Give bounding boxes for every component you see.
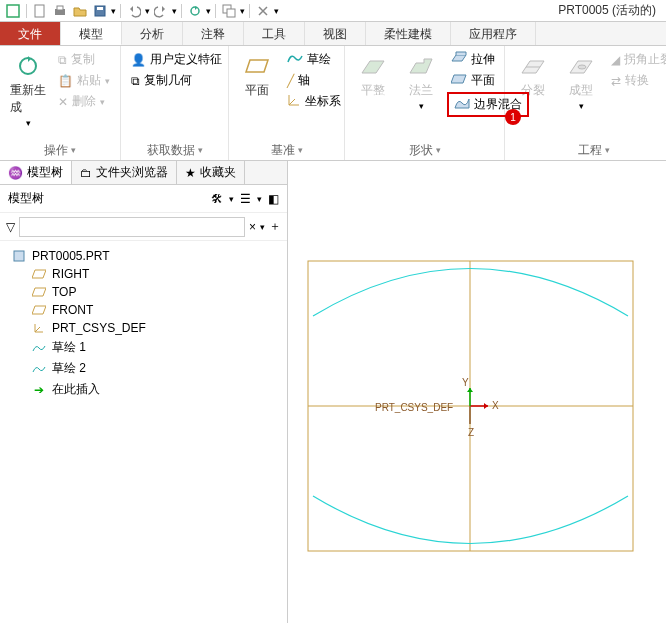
delete-label: 删除 (72, 93, 96, 110)
graphics-viewport[interactable]: X Y Z PRT_CSYS_DEF (288, 161, 666, 623)
filter-icon[interactable]: ▽ (6, 220, 15, 234)
sidebar-tabs: ♒模型树 🗀文件夹浏览器 ★收藏夹 (0, 161, 287, 185)
regen-icon[interactable] (186, 2, 204, 20)
ribbon-group-eng: 分裂 成型 ▾ ◢拐角止裂 ⇄转换 工程▾ (505, 46, 666, 160)
copy-button[interactable]: ⧉复制 (54, 50, 114, 69)
tree-root[interactable]: PRT0005.PRT (4, 247, 283, 265)
split-icon (519, 52, 547, 80)
delete-button[interactable]: ✕删除▾ (54, 92, 114, 111)
axis-z-label: Z (468, 427, 474, 438)
sidebar-tab-folders[interactable]: 🗀文件夹浏览器 (72, 161, 177, 184)
sidebar-tab-fav[interactable]: ★收藏夹 (177, 161, 245, 184)
tree-node-sketch1[interactable]: 草绘 1 (4, 337, 283, 358)
group-label-datum[interactable]: 基准▾ (229, 140, 344, 160)
svg-marker-19 (467, 388, 473, 392)
csys-button[interactable]: 坐标系 (283, 92, 345, 111)
svg-rect-5 (97, 7, 103, 10)
tree-tools-icon[interactable]: 🛠 (211, 192, 223, 206)
paste-button[interactable]: 📋粘贴▾ (54, 71, 114, 90)
corner-relief-label: 拐角止裂 (624, 51, 666, 68)
plane-label: 平面 (245, 82, 269, 99)
tab-view[interactable]: 视图 (305, 22, 366, 45)
dropdown-icon[interactable]: ▾ (240, 6, 245, 16)
sketch-icon (32, 362, 46, 376)
app-menu-icon[interactable] (4, 2, 22, 20)
tab-apps[interactable]: 应用程序 (451, 22, 536, 45)
redo-icon[interactable] (152, 2, 170, 20)
quick-access-toolbar: ▾ ▾ ▾ ▾ ▾ ▾ (4, 2, 279, 20)
convert-button[interactable]: ⇄转换 (607, 71, 666, 90)
ribbon-group-shape: 平整 法兰 ▾ 拉伸 平面 边界混合 1 形状▾ (345, 46, 505, 160)
tree-node-label: PRT_CSYS_DEF (52, 321, 146, 335)
tree-node-csys[interactable]: PRT_CSYS_DEF (4, 319, 283, 337)
tree-node-top[interactable]: TOP (4, 283, 283, 301)
tree-node-label: TOP (52, 285, 76, 299)
tree-filter-input[interactable] (19, 217, 245, 237)
plane-button[interactable]: 平面 (235, 50, 279, 101)
group-label-getdata[interactable]: 获取数据▾ (121, 140, 228, 160)
flange-button[interactable]: 法兰 ▾ (399, 50, 443, 113)
undo-icon[interactable] (125, 2, 143, 20)
axis-x-label: X (492, 400, 499, 411)
svg-rect-1 (35, 5, 44, 17)
tab-tools[interactable]: 工具 (244, 22, 305, 45)
tree-node-sketch2[interactable]: 草绘 2 (4, 358, 283, 379)
regenerate-button[interactable]: 重新生成 ▾ (6, 50, 50, 130)
tab-file[interactable]: 文件 (0, 22, 61, 45)
sketch-button[interactable]: 草绘 (283, 50, 345, 69)
form-button[interactable]: 成型 ▾ (559, 50, 603, 113)
corner-relief-button[interactable]: ◢拐角止裂 (607, 50, 666, 69)
tree-node-insert[interactable]: ➔在此插入 (4, 379, 283, 400)
copy-geom-button[interactable]: ⧉复制几何 (127, 71, 226, 90)
print-icon[interactable] (51, 2, 69, 20)
flange-label: 法兰 (409, 82, 433, 99)
svg-marker-17 (484, 403, 488, 409)
add-icon[interactable]: ＋ (269, 218, 281, 235)
dropdown-icon[interactable]: ▾ (172, 6, 177, 16)
form-icon (567, 52, 595, 80)
udf-button[interactable]: 👤用户定义特征 (127, 50, 226, 69)
copy-label: 复制 (71, 51, 95, 68)
dropdown-icon[interactable]: ▾ (206, 6, 211, 16)
tab-model[interactable]: 模型 (61, 22, 122, 45)
tab-flex[interactable]: 柔性建模 (366, 22, 451, 45)
model-tree: PRT0005.PRT RIGHT TOP FRONT PRT_CSYS_DEF… (0, 241, 287, 406)
sidebar-tab-tree[interactable]: ♒模型树 (0, 161, 72, 184)
group-label-shape[interactable]: 形状▾ (345, 140, 504, 160)
group-label-ops[interactable]: 操作▾ (0, 140, 120, 160)
dropdown-icon[interactable]: ▾ (111, 6, 116, 16)
tree-node-label: 草绘 2 (52, 360, 86, 377)
dropdown-icon[interactable]: ▾ (260, 222, 265, 232)
tree-node-label: FRONT (52, 303, 93, 317)
titlebar: ▾ ▾ ▾ ▾ ▾ ▾ PRT0005 (活动的) (0, 0, 666, 22)
flange-icon (407, 52, 435, 80)
tab-analysis[interactable]: 分析 (122, 22, 183, 45)
filter-clear-icon[interactable]: × (249, 220, 256, 234)
tree-node-front[interactable]: FRONT (4, 301, 283, 319)
dropdown-icon[interactable]: ▾ (145, 6, 150, 16)
axis-button[interactable]: ╱轴 (283, 71, 345, 90)
save-icon[interactable] (91, 2, 109, 20)
tree-node-label: 在此插入 (52, 381, 100, 398)
user-feature-icon: 👤 (131, 53, 146, 67)
tree-root-label: PRT0005.PRT (32, 249, 110, 263)
tree-display-icon[interactable]: ◧ (268, 192, 279, 206)
tree-title: 模型树 (8, 190, 205, 207)
tree-settings-icon[interactable]: ☰ (240, 192, 251, 206)
close-icon[interactable] (254, 2, 272, 20)
ribbon-tabs: 文件 模型 分析 注释 工具 视图 柔性建模 应用程序 (0, 22, 666, 46)
open-icon[interactable] (71, 2, 89, 20)
flat-button[interactable]: 平整 (351, 50, 395, 101)
svg-point-11 (578, 65, 586, 69)
windows-icon[interactable] (220, 2, 238, 20)
window-title: PRT0005 (活动的) (558, 2, 662, 19)
csys-label: PRT_CSYS_DEF (375, 402, 453, 413)
tab-annotate[interactable]: 注释 (183, 22, 244, 45)
axis-icon: ╱ (287, 74, 294, 88)
csys-icon (287, 93, 301, 110)
group-label-eng[interactable]: 工程▾ (505, 140, 666, 160)
tree-node-right[interactable]: RIGHT (4, 265, 283, 283)
flat-label: 平整 (361, 82, 385, 99)
dropdown-icon[interactable]: ▾ (274, 6, 279, 16)
new-icon[interactable] (31, 2, 49, 20)
